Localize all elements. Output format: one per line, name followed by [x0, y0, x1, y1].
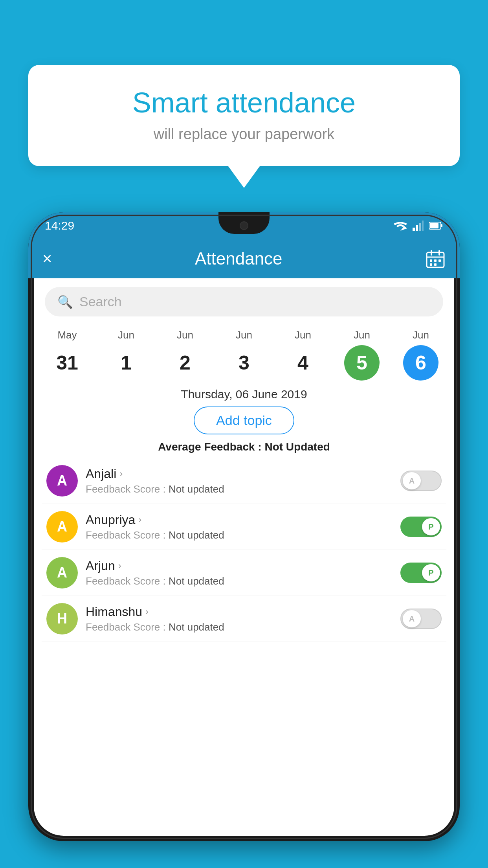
- phone-frame: 14:29: [28, 212, 460, 841]
- attendance-toggle[interactable]: P: [400, 517, 442, 537]
- avg-feedback: Average Feedback : Not Updated: [34, 441, 454, 453]
- student-feedback: Feedback Score : Not updated: [86, 621, 393, 633]
- student-name: Himanshu ›: [86, 605, 393, 619]
- chevron-right-icon: ›: [119, 468, 123, 479]
- svg-rect-1: [413, 228, 415, 231]
- student-item[interactable]: AAnupriya ›Feedback Score : Not updatedP: [42, 504, 446, 550]
- calendar-day[interactable]: Jun5: [342, 329, 382, 381]
- student-name: Arjun ›: [86, 559, 393, 573]
- student-item[interactable]: AArjun ›Feedback Score : Not updatedP: [42, 550, 446, 596]
- student-avatar: H: [46, 603, 78, 634]
- phone-container: 14:29: [28, 212, 460, 868]
- calendar-icon[interactable]: [425, 248, 446, 269]
- status-time: 14:29: [45, 219, 74, 232]
- student-info: Anupriya ›Feedback Score : Not updated: [86, 513, 393, 541]
- svg-rect-4: [422, 221, 424, 231]
- cal-month-label: Jun: [118, 329, 134, 341]
- cal-date-number[interactable]: 4: [285, 345, 321, 381]
- chevron-right-icon: ›: [138, 514, 141, 525]
- close-button[interactable]: ×: [42, 249, 52, 268]
- phone-notch: [218, 212, 270, 234]
- cal-month-label: May: [57, 329, 77, 341]
- svg-rect-12: [430, 259, 432, 262]
- date-heading: Thursday, 06 June 2019: [34, 388, 454, 401]
- attendance-toggle[interactable]: A: [400, 609, 442, 629]
- calendar-day[interactable]: May31: [48, 329, 87, 381]
- svg-rect-10: [438, 250, 440, 256]
- svg-marker-0: [400, 226, 407, 231]
- chevron-right-icon: ›: [145, 606, 149, 617]
- cal-date-number[interactable]: 31: [50, 345, 85, 381]
- speech-bubble-container: Smart attendance will replace your paper…: [28, 65, 460, 188]
- student-info: Arjun ›Feedback Score : Not updated: [86, 559, 393, 587]
- toggle-knob: A: [403, 472, 421, 489]
- calendar-day[interactable]: Jun6: [401, 329, 440, 381]
- phone-screen: 🔍 Search May31Jun1Jun2Jun3Jun4Jun5Jun6 T…: [34, 278, 454, 836]
- svg-rect-3: [419, 223, 421, 231]
- cal-date-number[interactable]: 6: [403, 345, 438, 381]
- calendar-day[interactable]: Jun2: [165, 329, 205, 381]
- svg-rect-14: [438, 259, 441, 262]
- attendance-toggle[interactable]: A: [400, 471, 442, 491]
- student-list: AAnjali ›Feedback Score : Not updatedAAA…: [34, 458, 454, 642]
- cal-month-label: Jun: [354, 329, 370, 341]
- svg-rect-13: [434, 259, 437, 262]
- student-feedback: Feedback Score : Not updated: [86, 483, 393, 495]
- speech-bubble-arrow: [228, 166, 260, 188]
- student-feedback: Feedback Score : Not updated: [86, 529, 393, 541]
- calendar-day[interactable]: Jun3: [224, 329, 264, 381]
- cal-month-label: Jun: [413, 329, 429, 341]
- speech-bubble: Smart attendance will replace your paper…: [28, 65, 460, 166]
- cal-date-number[interactable]: 5: [344, 345, 380, 381]
- search-icon: 🔍: [57, 294, 73, 309]
- avg-feedback-label: Average Feedback :: [158, 441, 262, 453]
- cal-month-label: Jun: [236, 329, 252, 341]
- svg-rect-2: [416, 225, 418, 231]
- toggle-knob: P: [422, 518, 440, 535]
- cal-date-number[interactable]: 2: [167, 345, 203, 381]
- svg-rect-9: [431, 250, 432, 256]
- svg-rect-16: [434, 263, 437, 266]
- avg-feedback-value: Not Updated: [264, 441, 330, 453]
- search-placeholder: Search: [79, 294, 122, 309]
- cal-date-number[interactable]: 1: [108, 345, 144, 381]
- student-item[interactable]: HHimanshu ›Feedback Score : Not updatedA: [42, 596, 446, 642]
- svg-rect-7: [430, 223, 438, 228]
- student-feedback: Feedback Score : Not updated: [86, 575, 393, 587]
- student-info: Himanshu ›Feedback Score : Not updated: [86, 605, 393, 633]
- student-info: Anjali ›Feedback Score : Not updated: [86, 467, 393, 495]
- wifi-icon: [394, 221, 407, 231]
- cal-date-number[interactable]: 3: [226, 345, 262, 381]
- speech-bubble-title: Smart attendance: [52, 86, 436, 119]
- calendar-day[interactable]: Jun1: [106, 329, 146, 381]
- calendar-strip: May31Jun1Jun2Jun3Jun4Jun5Jun6: [34, 325, 454, 381]
- search-bar[interactable]: 🔍 Search: [45, 287, 443, 316]
- speech-bubble-subtitle: will replace your paperwork: [52, 126, 436, 143]
- student-name: Anupriya ›: [86, 513, 393, 527]
- battery-icon: [429, 221, 443, 230]
- status-icons: [394, 221, 443, 231]
- student-avatar: A: [46, 511, 78, 542]
- calendar-day[interactable]: Jun4: [283, 329, 323, 381]
- cal-month-label: Jun: [295, 329, 311, 341]
- toggle-knob: A: [403, 610, 421, 627]
- app-bar: × Attendance: [28, 239, 460, 278]
- student-item[interactable]: AAnjali ›Feedback Score : Not updatedA: [42, 458, 446, 504]
- svg-rect-6: [441, 224, 442, 227]
- cal-month-label: Jun: [177, 329, 193, 341]
- front-camera: [240, 221, 248, 230]
- attendance-toggle[interactable]: P: [400, 563, 442, 583]
- student-avatar: A: [46, 465, 78, 497]
- student-name: Anjali ›: [86, 467, 393, 481]
- signal-icon: [413, 221, 424, 231]
- add-topic-button[interactable]: Add topic: [194, 406, 294, 434]
- student-avatar: A: [46, 557, 78, 588]
- app-bar-title: Attendance: [64, 249, 413, 268]
- toggle-knob: P: [422, 564, 440, 581]
- svg-rect-15: [430, 263, 432, 266]
- chevron-right-icon: ›: [118, 560, 121, 571]
